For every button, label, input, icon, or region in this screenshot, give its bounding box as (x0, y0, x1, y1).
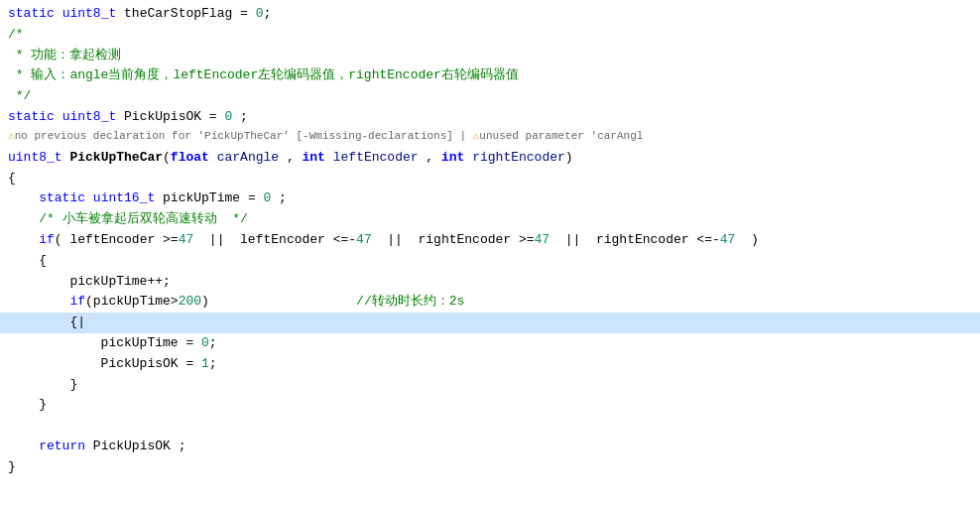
type: uint16_t (93, 189, 155, 209)
comment: * 输入：angle当前角度，leftEncoder左轮编码器值，rightEn… (8, 65, 519, 86)
keyword: int (303, 148, 325, 169)
code-line: } (0, 375, 980, 396)
keyword: if (69, 292, 85, 313)
code-line: /* 小车被拿起后双轮高速转动 */ (0, 209, 980, 230)
warning-text-2: unused parameter 'carAngl (479, 128, 643, 146)
code-line: pickUpTime = 0; (0, 333, 980, 354)
code-line: if(pickUpTime>200) //转动时长约：2s (0, 292, 980, 313)
code-line: /* (0, 25, 980, 46)
keyword: static (39, 189, 85, 209)
type: uint8_t (62, 107, 117, 128)
comment: * 功能：拿起检测 (8, 46, 121, 66)
warning-icon-2: ⚠ (473, 128, 480, 146)
code-line: { (0, 169, 980, 190)
warning-line: ⚠no previous declaration for 'PickUpTheC… (0, 128, 980, 148)
code-line-highlighted: {| (0, 313, 980, 333)
keyword: static (8, 4, 55, 25)
param: rightEncoder (472, 148, 565, 169)
warning-text: no previous declaration for 'PickUpTheCa… (15, 128, 473, 146)
comment: /* (8, 25, 24, 46)
comment: /* 小车被拿起后双轮高速转动 */ (39, 209, 248, 230)
code-line: static uint8_t PickUpisOK = 0 ; (0, 107, 980, 128)
code-line: uint8_t PickUpTheCar(float carAngle , in… (0, 148, 980, 169)
keyword: if (39, 230, 55, 251)
keyword: static (8, 107, 55, 128)
code-line: PickUpisOK = 1; (0, 354, 980, 375)
code-line: } (0, 395, 980, 416)
code-editor: static uint8_t theCarStopFlag = 0; /* * … (0, 0, 980, 506)
comment: //转动时长约：2s (356, 292, 464, 313)
warning-icon: ⚠ (8, 128, 15, 146)
function-name: PickUpTheCar (69, 148, 163, 169)
code-line: * 功能：拿起检测 (0, 46, 980, 66)
code-line: * 输入：angle当前角度，leftEncoder左轮编码器值，rightEn… (0, 65, 980, 86)
param: leftEncoder (333, 148, 419, 169)
code-line (0, 416, 980, 437)
comment: */ (8, 86, 31, 107)
code-line: static uint16_t pickUpTime = 0 ; (0, 189, 980, 209)
keyword: float (171, 148, 209, 169)
code-line: */ (0, 86, 980, 107)
code-line: { (0, 251, 980, 272)
type: uint8_t (8, 148, 62, 169)
keyword: return (39, 437, 85, 457)
code-line: return PickUpisOK ; (0, 437, 980, 457)
type: uint8_t (62, 4, 117, 25)
code-line: pickUpTime++; (0, 272, 980, 293)
code-line: if( leftEncoder >=47 || leftEncoder <=-4… (0, 230, 980, 251)
code-line: static uint8_t theCarStopFlag = 0; (0, 4, 980, 25)
param: carAngle (217, 148, 279, 169)
code-line: } (0, 457, 980, 478)
keyword: int (441, 148, 464, 169)
